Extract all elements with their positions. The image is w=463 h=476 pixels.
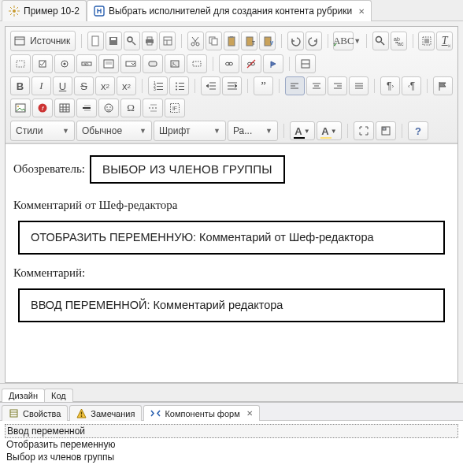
button-field-button[interactable]	[143, 54, 163, 73]
special-char-button[interactable]: Ω	[120, 99, 141, 117]
tab-components[interactable]: Компоненты форм ✕	[143, 405, 259, 421]
editor-tab-example[interactable]: Пример 10-2	[2, 0, 87, 21]
close-icon[interactable]: ✕	[246, 409, 253, 418]
new-page-button[interactable]	[87, 32, 104, 50]
print-button[interactable]	[142, 32, 158, 50]
group-pick-box[interactable]: ВЫБОР ИЗ ЧЛЕНОВ ГРУППЫ	[90, 155, 285, 184]
smiley-button[interactable]	[98, 99, 119, 117]
paste-word-button[interactable]: W	[259, 32, 276, 50]
blockquote-button[interactable]: ”	[254, 76, 273, 95]
undo-button[interactable]	[287, 32, 304, 50]
image-button-field[interactable]	[165, 54, 185, 73]
find-button[interactable]	[372, 32, 389, 50]
close-icon[interactable]: ✕	[358, 7, 365, 16]
align-justify-button[interactable]	[349, 76, 369, 95]
anchor-button[interactable]	[263, 54, 283, 73]
rtl-button[interactable]: ‹¶	[402, 76, 421, 95]
cut-button[interactable]	[187, 32, 204, 50]
link-button[interactable]	[219, 54, 239, 73]
svg-rect-116	[383, 128, 386, 130]
underline-button[interactable]: U	[53, 76, 72, 95]
comment-label: Комментарий:	[13, 266, 450, 281]
checkbox-button[interactable]	[32, 54, 53, 73]
preview-button[interactable]	[124, 32, 140, 50]
paste-text-button[interactable]: T	[241, 32, 257, 50]
size-combo[interactable]: Ра...▼	[228, 121, 278, 141]
image-button[interactable]	[10, 99, 31, 117]
flash-button[interactable]: f	[32, 99, 53, 117]
styles-combo[interactable]: Стили▼	[10, 121, 75, 141]
svg-text:ac: ac	[398, 41, 404, 46]
tab-label: Свойства	[23, 409, 61, 418]
input-variable-box[interactable]: ВВОД ПЕРЕМЕННОЙ: Комментарий редактора	[18, 288, 445, 322]
align-left-button[interactable]	[285, 76, 305, 95]
text-color-button[interactable]: A▼	[290, 121, 315, 140]
chevron-down-icon: ▼	[331, 128, 337, 135]
ltr-button[interactable]: ¶›	[380, 76, 400, 95]
bg-color-button[interactable]: A▼	[317, 121, 342, 140]
maximize-button[interactable]	[354, 121, 374, 140]
rich-editor: Источник T W ABC✔ ▼ abac	[5, 26, 458, 383]
svg-line-17	[132, 42, 135, 45]
superscript-button[interactable]: x2	[117, 76, 136, 95]
templates-button[interactable]	[159, 32, 176, 50]
replace-button[interactable]: abac	[391, 32, 407, 50]
svg-point-26	[191, 43, 194, 46]
save-button[interactable]	[106, 32, 122, 50]
strike-button[interactable]: S	[74, 76, 94, 95]
tab-problems[interactable]: Замечания	[69, 405, 142, 421]
tab-properties[interactable]: Свойства	[2, 405, 68, 421]
numbered-list-button[interactable]: 123	[148, 76, 168, 95]
svg-rect-54	[149, 61, 157, 66]
chevron-down-icon: ▼	[213, 127, 220, 135]
svg-line-62	[247, 60, 255, 68]
font-combo[interactable]: Шрифт▼	[154, 121, 226, 141]
code-tab[interactable]: Код	[44, 389, 73, 402]
mode-tabbar: Дизайн Код	[0, 383, 463, 401]
create-div-button[interactable]	[295, 54, 316, 73]
outdent-button[interactable]	[201, 76, 220, 95]
radio-button[interactable]	[54, 54, 75, 73]
paste-button[interactable]	[224, 32, 240, 50]
textarea-button[interactable]	[98, 54, 119, 73]
lower-tabbar: Свойства Замечания Компоненты форм ✕	[0, 403, 463, 421]
form-button[interactable]	[10, 54, 31, 73]
remove-format-button[interactable]: T×	[436, 32, 453, 50]
svg-text:3: 3	[154, 87, 156, 91]
bold-button[interactable]: B	[10, 76, 30, 95]
display-variable-box[interactable]: ОТОБРАЗИТЬ ПЕРЕМЕННУЮ: Комментарий от Ше…	[18, 221, 445, 255]
editor-tabbar: Пример 10-2 H Выбрать исполнителей для с…	[0, 0, 463, 21]
font-label: Шрифт	[159, 125, 190, 136]
table-button[interactable]	[54, 99, 75, 117]
align-right-button[interactable]	[328, 76, 347, 95]
textfield-button[interactable]: ab	[76, 54, 97, 73]
editor-tab-form[interactable]: H Выбрать исполнителей для создания конт…	[87, 0, 372, 21]
about-button[interactable]: ?	[408, 121, 428, 140]
svg-point-108	[106, 106, 108, 108]
subscript-button[interactable]: x2	[95, 76, 115, 95]
italic-button[interactable]: I	[31, 76, 51, 95]
components-icon	[150, 408, 161, 418]
select-button[interactable]	[120, 54, 141, 73]
format-combo[interactable]: Обычное▼	[76, 121, 152, 141]
iframe-button[interactable]: IF	[165, 99, 185, 117]
flag-button[interactable]	[433, 76, 453, 95]
component-item-input-var[interactable]: Ввод переменной	[5, 424, 458, 438]
pagebreak-button[interactable]	[143, 99, 163, 117]
indent-button[interactable]	[222, 76, 242, 95]
redo-button[interactable]	[306, 32, 322, 50]
select-all-button[interactable]	[418, 32, 435, 50]
component-item-display-var[interactable]: Отобразить переменную	[5, 438, 458, 451]
component-item-group-pick[interactable]: Выбор из членов группы	[5, 451, 458, 463]
align-center-button[interactable]	[306, 76, 326, 95]
source-button[interactable]: Источник	[10, 31, 76, 51]
hr-button[interactable]	[76, 99, 97, 117]
bulleted-list-button[interactable]	[169, 76, 189, 95]
spellcheck-button[interactable]: ABC✔	[333, 32, 354, 50]
hidden-field-button[interactable]	[187, 54, 207, 73]
copy-button[interactable]	[206, 32, 222, 50]
document-area[interactable]: Обозреватель: ВЫБОР ИЗ ЧЛЕНОВ ГРУППЫ Ком…	[6, 143, 457, 382]
unlink-button[interactable]	[241, 54, 261, 73]
show-blocks-button[interactable]	[376, 121, 396, 140]
design-tab[interactable]: Дизайн	[2, 389, 45, 402]
